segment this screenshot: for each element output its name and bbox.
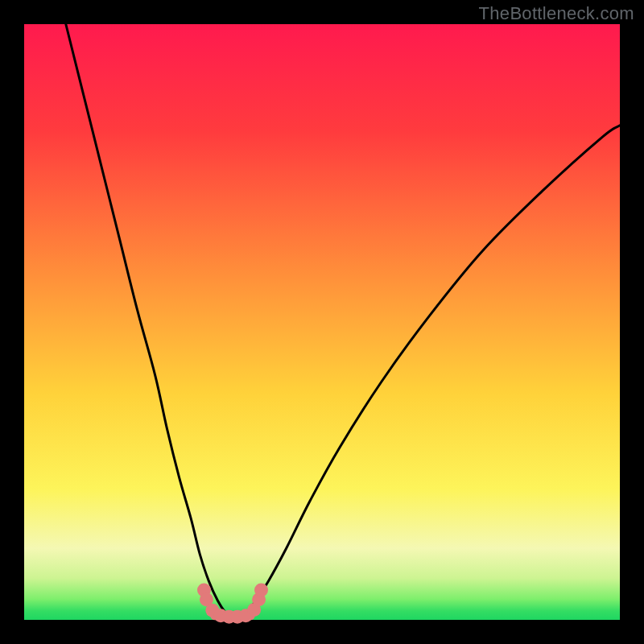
- attribution-label: TheBottleneck.com: [479, 3, 634, 24]
- data-marker: [254, 584, 268, 597]
- chart-frame: { "attribution": "TheBottleneck.com", "c…: [0, 0, 644, 644]
- gradient-plot-area: [24, 24, 620, 620]
- bottleneck-chart: [0, 0, 644, 644]
